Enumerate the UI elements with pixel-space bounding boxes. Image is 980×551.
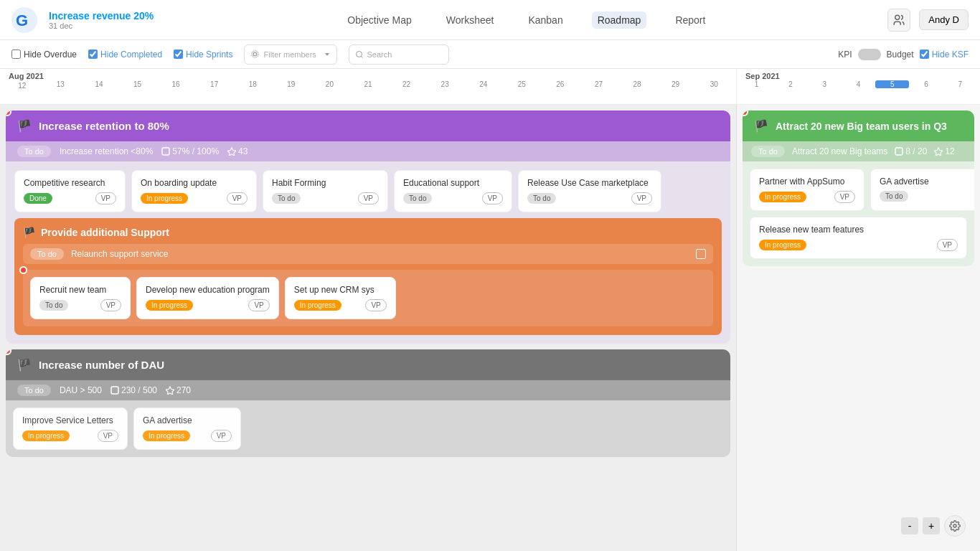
task-crm-status[interactable]: In progress: [294, 300, 341, 311]
task-onboarding-status[interactable]: In progress: [141, 193, 188, 204]
task-release-team-features[interactable]: Release new team features In progress VP: [750, 217, 967, 259]
obj-attract-points: 12: [934, 146, 954, 156]
task-develop-edu-name: Develop new education program: [146, 285, 270, 295]
main-area: 🏴 Increase retention to 80% To do Increa…: [0, 105, 980, 551]
task-partner-appsumo-status[interactable]: In progress: [759, 192, 806, 202]
member-filter-dropdown[interactable]: Filter members: [244, 44, 337, 65]
attract-error-indicator: [743, 110, 748, 116]
obj-retention-meta: To do Increase retention <80% 57% / 100%…: [6, 141, 730, 161]
hide-sprints-label[interactable]: Hide Sprints: [174, 50, 232, 60]
task-partner-appsumo-footer: In progress VP: [759, 191, 855, 203]
svg-rect-8: [111, 387, 118, 394]
obj-dau-status[interactable]: To do: [17, 385, 51, 396]
task-ga-advertise[interactable]: GA advertise To do: [870, 169, 974, 211]
hide-completed-checkbox[interactable]: [88, 50, 98, 59]
search-box[interactable]: Search: [349, 44, 449, 65]
date-20: 20: [311, 80, 349, 91]
nav-roadmap[interactable]: Roadmap: [592, 11, 647, 29]
filter-placeholder: Filter members: [263, 50, 321, 59]
svg-point-3: [254, 52, 258, 56]
task-crm-name: Set up new CRM sys: [294, 285, 387, 295]
task-recruit[interactable]: Recruit new team To do VP: [30, 277, 131, 319]
task-release-team-features-vp: VP: [937, 239, 958, 251]
task-recruit-name: Recruit new team: [39, 285, 121, 295]
svg-text:G: G: [16, 11, 28, 29]
sep-date-7: 7: [943, 80, 977, 88]
task-ga-advertise-dau[interactable]: GA advertise In progress VP: [133, 408, 241, 450]
task-release-use-case-status[interactable]: To do: [527, 193, 556, 204]
nav-worksheet[interactable]: Worksheet: [440, 11, 500, 29]
task-service-letters[interactable]: Improve Service Letters In progress VP: [13, 408, 128, 450]
sub-obj-status-badge[interactable]: To do: [30, 248, 64, 260]
obj-retention-title: Increase retention to 80%: [39, 120, 719, 132]
timeline-header: Aug 2021 12 13 14 15 16 17 18 19 20 21 2…: [0, 69, 980, 105]
task-service-letters-status[interactable]: In progress: [22, 430, 70, 441]
hide-ksf-checkbox[interactable]: [920, 50, 929, 59]
task-educational-support-status[interactable]: To do: [403, 193, 432, 204]
task-ga-advertise-dau-vp: VP: [211, 430, 232, 442]
hide-completed-label[interactable]: Hide Completed: [88, 50, 162, 60]
app-header: G Increase revenue 20% 31 dec Objective …: [0, 0, 980, 40]
goal-title[interactable]: Increase revenue 20%: [49, 10, 154, 22]
task-habit-forming[interactable]: Habit Forming To do VP: [263, 170, 388, 212]
kpi-label: KPI: [838, 50, 852, 60]
task-onboarding[interactable]: On boarding update In progress VP: [131, 170, 257, 212]
settings-button[interactable]: [944, 515, 966, 537]
nav-report[interactable]: Report: [669, 11, 711, 29]
obj-dau-points: 270: [166, 385, 191, 395]
task-ga-advertise-status[interactable]: To do: [880, 191, 908, 202]
search-placeholder: Search: [367, 50, 392, 59]
task-crm[interactable]: Set up new CRM sys In progress VP: [285, 277, 396, 319]
date-23: 23: [425, 80, 464, 91]
hide-overdue-checkbox[interactable]: [11, 50, 21, 59]
date-28: 28: [618, 80, 656, 91]
task-develop-edu-status[interactable]: In progress: [146, 300, 193, 311]
sub-obj-support-header: 🏴 Provide additional Support: [23, 227, 713, 238]
obj-retention-points: 43: [227, 146, 248, 156]
obj-attract-status[interactable]: To do: [751, 146, 785, 157]
attract-flag-icon: 🏴: [754, 119, 768, 133]
obj-dau-title: Increase number of DAU: [39, 359, 719, 371]
sep-date-6: 6: [909, 80, 943, 88]
sub-obj-support-tasks: Recruit new team To do VP Develop new ed…: [23, 270, 713, 326]
task-recruit-footer: To do VP: [39, 299, 121, 311]
task-recruit-status[interactable]: To do: [39, 300, 68, 311]
objective-retention: 🏴 Increase retention to 80% To do Increa…: [6, 110, 730, 344]
sub-obj-support-title: Provide additional Support: [41, 227, 713, 238]
aug-month-label: Aug 2021: [0, 69, 736, 80]
obj-attract-header: 🏴 Attract 20 new Big team users in Q3: [743, 110, 974, 141]
team-icon[interactable]: [887, 9, 910, 32]
user-button[interactable]: Andy D: [919, 9, 969, 30]
dau-error-indicator: [6, 349, 11, 355]
kpi-toggle[interactable]: [858, 49, 881, 60]
task-habit-forming-status[interactable]: To do: [272, 193, 301, 204]
pagination-minus[interactable]: -: [901, 517, 918, 534]
task-ga-advertise-dau-name: GA advertise: [143, 415, 232, 425]
task-release-team-features-status[interactable]: In progress: [759, 240, 806, 250]
date-30: 30: [694, 80, 733, 91]
obj-retention-status[interactable]: To do: [17, 146, 51, 157]
svg-point-5: [357, 51, 362, 57]
pagination-plus[interactable]: +: [923, 517, 940, 534]
toolbar: Hide Overdue Hide Completed Hide Sprints…: [0, 40, 980, 69]
hide-overdue-label[interactable]: Hide Overdue: [11, 50, 77, 60]
task-develop-edu[interactable]: Develop new education program In progres…: [136, 277, 279, 319]
hide-sprints-checkbox[interactable]: [174, 50, 183, 59]
nav-objective-map[interactable]: Objective Map: [341, 11, 417, 29]
task-ga-advertise-dau-status[interactable]: In progress: [143, 430, 190, 441]
task-educational-support[interactable]: Educational support To do VP: [394, 170, 512, 212]
nav-kanban[interactable]: Kanban: [522, 11, 568, 29]
task-competitive-research[interactable]: Competitive research Done VP: [14, 170, 126, 212]
relaunch-checkbox[interactable]: [696, 249, 706, 259]
svg-marker-9: [166, 387, 174, 395]
svg-point-12: [953, 524, 956, 527]
task-release-use-case[interactable]: Release Use Case marketplace To do VP: [518, 170, 661, 212]
date-15: 15: [118, 80, 157, 91]
task-partner-appsumo[interactable]: Partner with AppSumo In progress VP: [750, 169, 864, 211]
task-crm-footer: In progress VP: [294, 299, 387, 311]
hide-ksf-label[interactable]: Hide KSF: [920, 50, 969, 60]
obj-attract-meta: To do Attract 20 new Big teams 8 / 20 12: [743, 141, 974, 161]
logo: G: [11, 7, 37, 33]
svg-rect-10: [895, 148, 903, 155]
task-competitive-research-status[interactable]: Done: [24, 193, 52, 204]
